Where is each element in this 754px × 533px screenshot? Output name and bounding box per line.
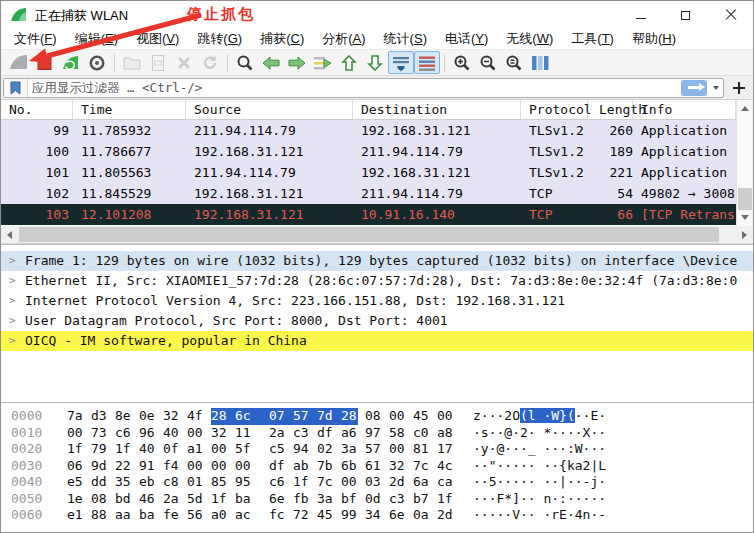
go-back-button[interactable] <box>258 51 284 74</box>
maximize-icon <box>681 11 690 20</box>
packet-list-hscrollbar[interactable] <box>1 226 753 244</box>
detail-line-0[interactable]: Frame 1: 129 bytes on wire (1032 bits), … <box>1 251 753 271</box>
minimize-icon <box>636 18 646 19</box>
detail-line-3[interactable]: User Datagram Protocol, Src Port: 8000, … <box>1 311 753 331</box>
add-filter-button[interactable] <box>729 78 749 98</box>
zoom-in-button[interactable] <box>449 51 475 74</box>
zoom-out-button[interactable] <box>475 51 501 74</box>
menu-telephony[interactable]: 电话(Y) <box>436 28 497 50</box>
zoom-original-icon <box>503 53 525 73</box>
detail-line-1[interactable]: Ethernet II, Src: XIAOMIE1_57:7d:28 (28:… <box>1 271 753 291</box>
packet-row-102[interactable]: 10211.845529192.168.31.121211.94.114.79T… <box>1 183 736 204</box>
auto-scroll-button[interactable] <box>388 51 414 74</box>
col-header-no[interactable]: No. <box>1 100 73 119</box>
go-first-icon <box>338 53 360 73</box>
hex-row-0050[interactable]: 00501e08bd462a5d1fba6efb3abf0dc3b71f···F… <box>11 491 753 508</box>
menu-analyze[interactable]: 分析(A) <box>313 28 374 50</box>
zoom-out-icon <box>477 53 499 73</box>
menu-help[interactable]: 帮助(H) <box>623 28 685 50</box>
expand-chevron-icon[interactable] <box>9 251 16 271</box>
packet-row-103[interactable]: 10312.101208192.168.31.12110.91.16.140TC… <box>1 204 736 225</box>
find-packet-icon <box>234 53 256 73</box>
detail-line-4[interactable]: OICQ - IM software, popular in China <box>1 331 753 351</box>
menu-view[interactable]: 视图(V) <box>127 28 188 50</box>
expand-chevron-icon[interactable] <box>9 291 16 311</box>
find-packet-button[interactable] <box>232 51 258 74</box>
filter-bookmark-button[interactable] <box>4 79 28 97</box>
toolbar-separator <box>227 54 228 72</box>
col-header-source[interactable]: Source <box>186 100 353 119</box>
col-header-time[interactable]: Time <box>73 100 186 119</box>
filter-dropdown-caret-icon[interactable] <box>709 86 723 90</box>
ascii-column: ·y·@···_ ···:W··· <box>473 441 606 456</box>
scroll-left-button[interactable] <box>1 226 18 243</box>
packet-rows: 9911.785932211.94.114.79192.168.31.121TL… <box>1 120 736 225</box>
capture-options-button[interactable] <box>84 51 110 74</box>
col-header-protocol[interactable]: Protocol <box>521 100 588 119</box>
hex-row-0020[interactable]: 00201f791f400fa1005fc594023a57008117·y·@… <box>11 441 753 458</box>
menu-capture[interactable]: 捕获(C) <box>251 28 313 50</box>
packet-row-100[interactable]: 10011.786677192.168.31.121211.94.114.79T… <box>1 141 736 162</box>
minimize-button[interactable] <box>618 1 663 29</box>
zoom-in-icon <box>451 53 473 73</box>
col-header-destination[interactable]: Destination <box>353 100 521 119</box>
go-to-packet-button[interactable] <box>310 51 336 74</box>
ascii-column: ···F*]·· n·:····· <box>473 491 606 506</box>
packet-list-header: No. Time Source Destination Protocol Len… <box>1 100 736 120</box>
close-file-button <box>171 51 197 74</box>
scroll-right-button[interactable] <box>736 226 753 243</box>
col-header-length[interactable]: Length <box>588 100 633 119</box>
reload-file-button <box>197 51 223 74</box>
start-capture-button <box>6 51 32 74</box>
menu-file[interactable]: 文件(F) <box>5 28 66 50</box>
expand-chevron-icon[interactable] <box>9 311 16 331</box>
capture-options-icon <box>86 53 108 73</box>
hex-row-0030[interactable]: 0030069d2291f4000000dfab7b6b61327c4c··"·… <box>11 458 753 475</box>
scroll-up-button[interactable] <box>737 101 753 116</box>
apply-filter-button[interactable] <box>681 80 707 96</box>
packet-row-99[interactable]: 9911.785932211.94.114.79192.168.31.121TL… <box>1 120 736 141</box>
go-last-button[interactable] <box>362 51 388 74</box>
stop-capture-button[interactable] <box>32 51 58 74</box>
reload-file-icon <box>199 53 221 73</box>
hex-row-0060[interactable]: 0060e188aabafe56a0acfc724599346e0a2d····… <box>11 507 753 524</box>
go-to-packet-icon <box>312 53 334 73</box>
menu-edit[interactable]: 编辑(E) <box>66 28 127 50</box>
bookmark-icon <box>10 81 21 95</box>
vscroll-thumb[interactable] <box>738 188 752 210</box>
go-forward-button[interactable] <box>284 51 310 74</box>
scroll-down-button[interactable] <box>737 210 753 225</box>
packet-row-101[interactable]: 10111.805563211.94.114.79192.168.31.121T… <box>1 162 736 183</box>
display-filter-box <box>3 78 724 98</box>
main-toolbar <box>1 49 753 76</box>
stop-capture-icon <box>34 53 56 73</box>
resize-columns-button[interactable] <box>527 51 553 74</box>
close-button[interactable] <box>708 1 753 29</box>
expand-chevron-icon[interactable] <box>9 271 16 291</box>
menu-go[interactable]: 跳转(G) <box>188 28 251 50</box>
menu-statistics[interactable]: 统计(S) <box>375 28 436 50</box>
hex-row-0000[interactable]: 00007ad38e0e324f286c07577d2808004500z···… <box>11 408 753 425</box>
detail-line-2[interactable]: Internet Protocol Version 4, Src: 223.16… <box>1 291 753 311</box>
hex-row-0010[interactable]: 00100073c696400032112ac3dfa69758c0a8·s··… <box>11 425 753 442</box>
go-first-button[interactable] <box>336 51 362 74</box>
ascii-column: ·····V·· ·rE·4n·- <box>473 507 606 522</box>
packet-list-vscrollbar[interactable] <box>736 100 753 226</box>
window-title: 正在捕获 WLAN <box>35 7 128 25</box>
restart-capture-button[interactable] <box>58 51 84 74</box>
ascii-column: z···2O(l ·W}(··E· <box>473 408 606 423</box>
col-header-info[interactable]: Info <box>633 100 736 119</box>
maximize-button[interactable] <box>663 1 708 29</box>
menu-bar: 文件(F)编辑(E)视图(V)跳转(G)捕获(C)分析(A)统计(S)电话(Y)… <box>1 29 753 49</box>
hex-row-0040[interactable]: 0040e5dd35ebc8018595c61f7c00032d6aca··5·… <box>11 474 753 491</box>
zoom-original-button[interactable] <box>501 51 527 74</box>
menu-tools[interactable]: 工具(T) <box>562 28 623 50</box>
expand-chevron-icon[interactable] <box>9 331 16 351</box>
hscroll-thumb[interactable] <box>19 227 719 242</box>
display-filter-input[interactable] <box>28 79 681 97</box>
open-file-button <box>119 51 145 74</box>
colorize-button[interactable] <box>414 51 440 74</box>
menu-wireless[interactable]: 无线(W) <box>497 28 562 50</box>
scroll-down-icon <box>741 215 749 220</box>
close-file-icon <box>173 53 195 73</box>
